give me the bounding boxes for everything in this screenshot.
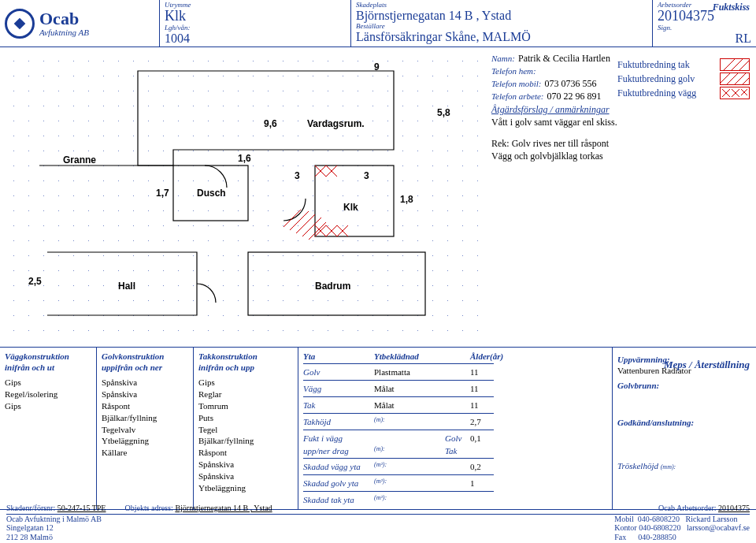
sign: RL — [658, 32, 751, 46]
svg-line-21 — [739, 61, 749, 70]
doc-title: Fuktskiss — [713, 2, 750, 13]
brand-sub: Avfuktning AB — [39, 28, 89, 37]
bestallare: Länsförsäkringar Skåne, MALMÖ — [356, 30, 647, 44]
header: Ocab Avfuktning AB Utrymme Klk Lgh/vån: … — [0, 0, 756, 47]
dim-1-7: 1,7 — [156, 188, 169, 199]
room-klk: Klk — [343, 202, 358, 213]
swatch-vagg-icon — [720, 87, 750, 99]
construction-table: Väggkonstruktioninifrån och ut GipsRegel… — [0, 347, 756, 510]
mobil-label: Telefon mobil: — [491, 79, 541, 88]
namn-label: Namn: — [491, 54, 515, 63]
atg-header: Åtgärdsförslag / anmärkningar — [491, 104, 750, 116]
svg-line-7 — [302, 218, 321, 236]
dim-9-6: 9,6 — [264, 118, 277, 129]
skadeplats-label: Skadeplats — [356, 2, 647, 9]
swatch-tak-icon — [720, 58, 750, 71]
room-dusch: Dusch — [197, 188, 226, 199]
room-badrum: Badrum — [315, 281, 350, 292]
atg-line2: Rek: Golv rives ner till råspont — [491, 138, 750, 150]
brand: Ocab — [39, 10, 89, 28]
dim-9: 9 — [374, 61, 380, 73]
logo-icon — [5, 9, 35, 39]
footer: Skadenr/försnr: 50-247-15 TPE Objekts ad… — [0, 502, 756, 543]
bestallare-label: Beställare — [356, 23, 647, 30]
sign-label: Sign. — [658, 24, 751, 32]
dim-3b: 3 — [364, 170, 369, 181]
skadeplats: Björnstjernegatan 14 B , Ystad — [356, 9, 647, 23]
legend: Fuktutbredning tak Fuktutbredning golv F… — [617, 57, 750, 101]
floor-plan: 9,6 Vardagsrum. 9 5,8 Granne 1,6 1,7 Dus… — [0, 47, 488, 339]
dim-1-6: 1,6 — [238, 153, 251, 164]
room-vardagsrum: Vardagsrum. — [307, 118, 365, 129]
atg-line1: Vått i golv samt väggar enl skiss. — [491, 117, 750, 128]
hem-label: Telefon hem: — [491, 66, 536, 76]
utrymme: Klk — [165, 9, 346, 24]
svg-line-22 — [721, 73, 730, 83]
dim-2-5: 2,5 — [28, 276, 42, 287]
svg-line-4 — [284, 210, 301, 227]
arbete-label: Telefon arbete: — [491, 91, 544, 101]
dim-5-8: 5,8 — [437, 107, 450, 118]
col-vagg: Väggkonstruktioninifrån och ut GipsRegel… — [0, 348, 97, 509]
room-granne: Granne — [63, 154, 96, 166]
legend-tak: Fuktutbredning tak — [617, 59, 720, 71]
namn: Patrik & Cecilia Hartlen — [518, 53, 610, 64]
dim-3a: 3 — [295, 170, 300, 181]
legend-vagg: Fuktutbredning vägg — [617, 87, 720, 99]
col-golv: Golvkonstruktionuppifrån och ner Spånski… — [97, 348, 194, 509]
lgh: 1004 — [165, 32, 346, 46]
svg-line-8 — [309, 222, 326, 240]
room-hall: Hall — [118, 281, 135, 292]
col-right: Uppvärmning: Vattenburen Radiator Golvbr… — [613, 348, 756, 509]
arbete: 070 22 96 891 — [547, 91, 602, 102]
swatch-golv-icon — [720, 73, 750, 85]
lgh-label: Lgh/vån: — [165, 24, 346, 32]
utrymme-label: Utrymme — [165, 2, 346, 9]
legend-golv: Fuktutbredning golv — [617, 73, 720, 85]
col-yt: YtaYtbeklädnadÅlder(år) GolvPlastmatta11… — [298, 348, 613, 509]
col-tak: Takkonstruktioninifrån och upp GipsRegla… — [194, 348, 298, 509]
dim-1-8: 1,8 — [400, 194, 413, 205]
side-panel: Namn:Patrik & Cecilia Hartlen Telefon he… — [488, 47, 756, 339]
svg-line-25 — [743, 78, 749, 84]
svg-line-6 — [296, 214, 315, 233]
atg-line3: Vägg och golvbjälklag torkas — [491, 151, 750, 162]
logo: Ocab Avfuktning AB — [0, 0, 159, 46]
mobil: 073 0736 556 — [544, 78, 596, 89]
